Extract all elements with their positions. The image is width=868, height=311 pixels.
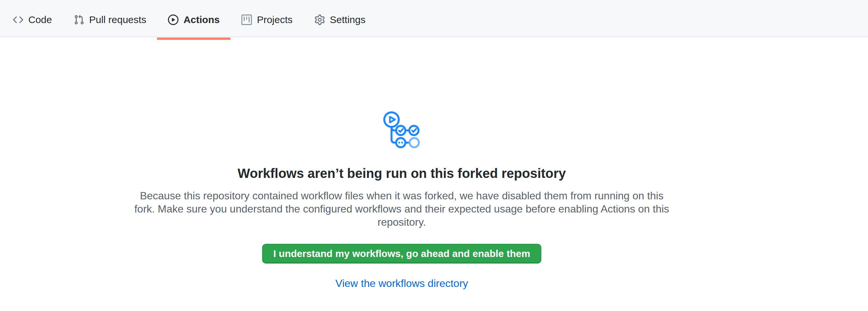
workflow-illustration-icon — [383, 111, 420, 148]
actions-blankslate: Workflows aren’t being run on this forke… — [0, 37, 803, 289]
gear-icon — [314, 14, 325, 25]
tab-code-label: Code — [28, 15, 52, 25]
project-icon — [241, 14, 252, 25]
enable-workflows-button[interactable]: I understand my workflows, go ahead and … — [262, 244, 541, 263]
link-row: View the workflows directory — [0, 277, 803, 289]
tab-code[interactable]: Code — [2, 3, 63, 37]
tab-projects-label: Projects — [257, 15, 292, 25]
git-pull-request-icon — [74, 14, 84, 25]
blankslate-heading: Workflows aren’t being run on this forke… — [0, 165, 803, 182]
tab-actions-label: Actions — [183, 15, 220, 25]
view-workflows-directory-link[interactable]: View the workflows directory — [335, 277, 468, 289]
button-row: I understand my workflows, go ahead and … — [0, 229, 803, 263]
repo-tab-bar: Code Pull requests Actions Projects Sett — [0, 0, 868, 37]
play-icon — [168, 14, 179, 25]
tab-pull-requests[interactable]: Pull requests — [63, 3, 157, 37]
tab-pull-requests-label: Pull requests — [89, 15, 146, 25]
code-icon — [13, 14, 23, 25]
tab-settings-label: Settings — [330, 15, 366, 25]
blankslate-description: Because this repository contained workfl… — [133, 189, 671, 229]
tab-projects[interactable]: Projects — [230, 3, 303, 37]
tab-actions[interactable]: Actions — [157, 3, 230, 37]
tab-settings[interactable]: Settings — [304, 3, 376, 37]
repo-tabs: Code Pull requests Actions Projects Sett — [2, 3, 376, 37]
